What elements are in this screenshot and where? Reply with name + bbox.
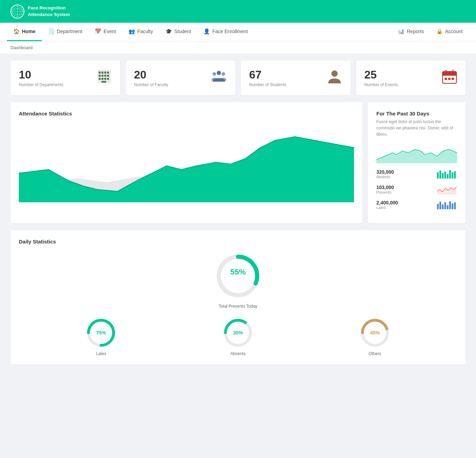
- event-label: Number of Events: [364, 82, 398, 87]
- event-stat-icon: [442, 69, 457, 87]
- svg-rect-7: [99, 72, 101, 74]
- svg-rect-32: [437, 172, 439, 179]
- main-donut-label: Total Presents Today: [19, 304, 457, 309]
- svg-rect-39: [454, 171, 456, 179]
- attendance-chart-card: Attendance Statistics: [10, 102, 362, 223]
- header: Face Recognition Attendance System: [0, 0, 476, 23]
- nav-item-home[interactable]: 🏠 Home: [7, 23, 42, 41]
- area-chart: [19, 122, 354, 202]
- main-content: 10 Number of Departments: [0, 54, 476, 378]
- svg-text:55%: 55%: [230, 268, 246, 276]
- account-icon: 🔒: [436, 28, 443, 35]
- stat-list-absents: 320,000 Absents: [376, 169, 457, 179]
- donut-others: 45% Others: [359, 317, 391, 356]
- main-donut-container: 55%: [19, 251, 457, 300]
- svg-text:45%: 45%: [370, 330, 380, 336]
- nav-item-face-enrollment[interactable]: 👤 Face Enrollment: [197, 23, 254, 41]
- attendance-chart-title: Attendance Statistics: [19, 111, 354, 117]
- presents-label: Presents: [376, 190, 394, 194]
- student-icon: 🎓: [166, 28, 172, 35]
- svg-rect-31: [452, 78, 454, 80]
- nav-item-department[interactable]: 🗒️ Department: [42, 23, 89, 41]
- svg-rect-41: [439, 202, 441, 209]
- lates-spark: [436, 200, 457, 210]
- right-panel-card: For The Past 30 Days Fusce eget dolor id…: [368, 102, 466, 223]
- svg-rect-34: [442, 173, 444, 179]
- nav-label-face-enrollment: Face Enrollment: [212, 29, 248, 34]
- svg-rect-40: [437, 204, 439, 209]
- others-donut-label: Others: [369, 351, 381, 356]
- reports-icon: 📊: [398, 28, 405, 35]
- student-label: Number of Students: [249, 82, 286, 87]
- nav-label-account: Account: [445, 29, 463, 34]
- nav-label-event: Event: [103, 29, 116, 34]
- svg-rect-17: [104, 78, 106, 80]
- svg-rect-18: [107, 78, 109, 80]
- faculty-label: Number of Faculty: [134, 82, 168, 87]
- home-icon: 🏠: [13, 28, 20, 35]
- faculty-number: 20: [134, 69, 168, 80]
- svg-rect-42: [442, 204, 444, 209]
- nav-item-reports[interactable]: 📊 Reports: [392, 23, 430, 41]
- lates-donut: 75%: [85, 317, 117, 348]
- svg-rect-29: [445, 78, 447, 80]
- absents-spark: [436, 169, 457, 179]
- svg-rect-47: [454, 202, 456, 209]
- donut-lates: 75% Lates: [85, 317, 117, 356]
- svg-rect-26: [443, 74, 456, 76]
- absents-number: 320,000: [376, 169, 394, 175]
- panel-subtitle: Fusce eget dolor id justo luctus the com…: [376, 119, 457, 137]
- event-icon: 📅: [95, 28, 101, 35]
- svg-rect-46: [452, 203, 453, 209]
- panel-title: For The Past 30 Days: [376, 111, 457, 117]
- svg-rect-15: [99, 78, 101, 80]
- others-donut: 45%: [359, 317, 391, 348]
- stat-card-departments: 10 Number of Departments: [10, 61, 120, 95]
- svg-rect-12: [101, 75, 103, 77]
- svg-point-21: [213, 72, 216, 76]
- svg-point-20: [217, 71, 221, 75]
- face-enrollment-icon: 👤: [204, 28, 210, 35]
- svg-text:75%: 75%: [96, 330, 106, 336]
- header-title: Face Recognition Attendance System: [28, 5, 70, 17]
- secondary-donuts-row: 75% Lates 35% Absents 45% Others: [19, 317, 457, 356]
- stats-row: 10 Number of Departments: [10, 61, 466, 95]
- svg-rect-37: [449, 170, 451, 179]
- nav-label-student: Student: [174, 29, 191, 34]
- dept-label: Number of Departments: [19, 82, 63, 87]
- svg-rect-44: [447, 205, 448, 209]
- charts-row: Attendance Statistics For The Past 30 Da…: [10, 102, 466, 223]
- presents-spark: [436, 184, 457, 195]
- faculty-stat-icon: [211, 68, 227, 88]
- logo: Face Recognition Attendance System: [10, 5, 70, 18]
- lates-label: Lates: [376, 205, 398, 210]
- svg-rect-13: [104, 75, 106, 77]
- svg-text:35%: 35%: [233, 330, 243, 336]
- svg-rect-45: [449, 201, 451, 209]
- nav-item-account[interactable]: 🔒 Account: [430, 23, 469, 41]
- svg-rect-16: [101, 78, 103, 80]
- svg-rect-11: [99, 75, 101, 77]
- nav-label-reports: Reports: [407, 29, 424, 34]
- svg-rect-35: [444, 172, 446, 179]
- student-number: 67: [249, 69, 286, 80]
- nav-label-faculty: Faculty: [137, 29, 153, 34]
- svg-rect-36: [447, 174, 448, 179]
- logo-icon: [10, 5, 24, 18]
- nav-item-student[interactable]: 🎓 Student: [159, 23, 197, 41]
- dept-icon: [97, 69, 112, 87]
- stat-list-lates: 2,400,000 Lates: [376, 200, 457, 210]
- svg-rect-19: [101, 81, 106, 83]
- nav-item-event[interactable]: 📅 Event: [89, 23, 122, 41]
- main-donut-chart: 55%: [214, 251, 262, 300]
- svg-rect-30: [448, 78, 451, 80]
- svg-rect-8: [101, 72, 103, 74]
- svg-point-23: [331, 70, 338, 77]
- lates-donut-label: Lates: [96, 351, 106, 356]
- student-stat-icon: [327, 69, 342, 87]
- daily-stats-card: Daily Statistics 55% Total Presents Toda…: [10, 230, 466, 365]
- nav-label-home: Home: [22, 29, 36, 34]
- daily-stats-title: Daily Statistics: [19, 239, 457, 245]
- presents-number: 103,000: [376, 185, 394, 190]
- nav-item-faculty[interactable]: 👥 Faculty: [122, 23, 159, 41]
